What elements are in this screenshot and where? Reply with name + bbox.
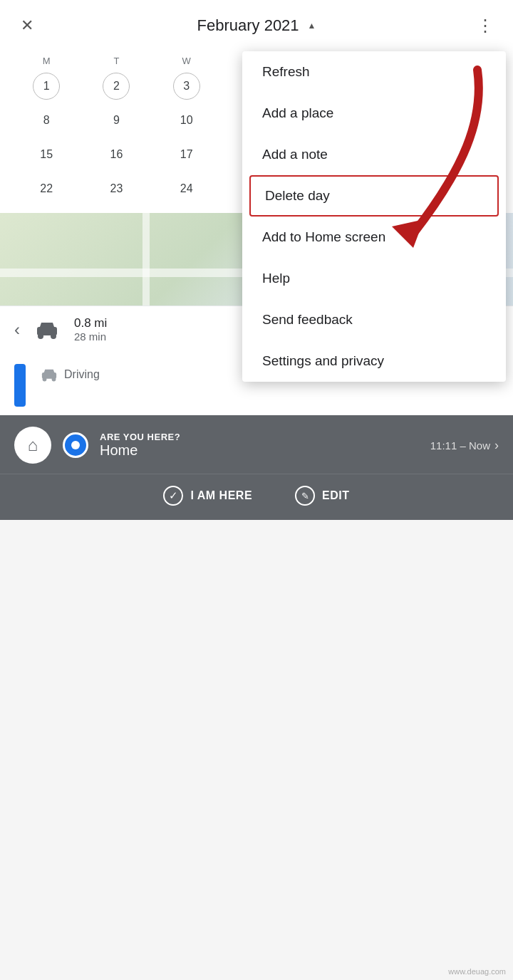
- direction-info: 0.8 mi 28 min: [74, 316, 107, 343]
- cal-day-17[interactable]: 17: [152, 139, 222, 170]
- driving-label: Driving: [64, 368, 100, 381]
- duration-label: 28 min: [74, 330, 107, 343]
- weekday-w: W: [152, 56, 222, 66]
- cal-day-3[interactable]: 3: [173, 73, 200, 100]
- route-bar-wrapper: [14, 361, 26, 407]
- place-name-label: Home: [100, 442, 419, 459]
- dropdown-menu: Refresh Add a place Add a note Delete da…: [242, 51, 506, 382]
- menu-item-settings-privacy[interactable]: Settings and privacy: [242, 340, 506, 382]
- cal-day-8[interactable]: 8: [11, 105, 81, 136]
- close-button[interactable]: ✕: [14, 13, 40, 38]
- cal-day-22[interactable]: 22: [11, 173, 81, 204]
- cal-day-23[interactable]: 23: [81, 173, 151, 204]
- bottom-area: [0, 520, 513, 662]
- home-icon: ⌂: [28, 435, 38, 455]
- time-text: 11:11 – Now: [430, 439, 490, 452]
- back-button[interactable]: ‹: [14, 320, 20, 340]
- are-you-here-question: ARE YOU HERE?: [100, 432, 419, 442]
- cal-day-24[interactable]: 24: [152, 173, 222, 204]
- time-now-label: 11:11 – Now ›: [430, 438, 499, 453]
- header-title-area: February 2021 ▲: [197, 16, 316, 35]
- driving-info: Driving: [40, 367, 100, 382]
- edit-label: EDIT: [322, 489, 349, 502]
- weekday-t: T: [81, 56, 151, 66]
- menu-item-send-feedback[interactable]: Send feedback: [242, 299, 506, 340]
- iam-here-button[interactable]: ✓ I AM HERE: [163, 486, 252, 506]
- cal-day-1[interactable]: 1: [33, 73, 60, 100]
- edit-button[interactable]: ✎ EDIT: [295, 486, 349, 506]
- title-arrow-icon: ▲: [308, 21, 316, 31]
- route-bar: [14, 364, 26, 407]
- more-icon: ⋮: [477, 16, 494, 36]
- cal-day-16[interactable]: 16: [81, 139, 151, 170]
- svg-point-1: [38, 333, 43, 339]
- are-you-here-banner[interactable]: ⌂ ARE YOU HERE? Home 11:11 – Now ›: [0, 415, 513, 474]
- cal-day-10[interactable]: 10: [152, 105, 222, 136]
- menu-item-add-place[interactable]: Add a place: [242, 93, 506, 134]
- location-dot: [63, 432, 88, 458]
- top-bar: ✕ February 2021 ▲ ⋮: [0, 0, 513, 51]
- month-year-label: February 2021: [197, 16, 299, 35]
- back-icon: ‹: [14, 320, 20, 339]
- iam-here-label: I AM HERE: [190, 489, 252, 502]
- more-options-button[interactable]: ⋮: [473, 13, 499, 38]
- distance-label: 0.8 mi: [74, 316, 107, 330]
- watermark: www.deuag.com: [448, 967, 506, 976]
- cal-day-9[interactable]: 9: [81, 105, 151, 136]
- menu-item-add-note[interactable]: Add a note: [242, 134, 506, 175]
- location-dot-inner: [71, 441, 80, 449]
- home-icon-circle: ⌂: [14, 427, 51, 464]
- svg-point-2: [51, 333, 56, 339]
- menu-item-help[interactable]: Help: [242, 258, 506, 299]
- banner-text: ARE YOU HERE? Home: [100, 432, 419, 459]
- weekday-m: M: [11, 56, 81, 66]
- chevron-right-icon: ›: [494, 438, 499, 453]
- close-icon: ✕: [21, 16, 33, 35]
- check-icon: ✓: [163, 486, 183, 506]
- svg-point-4: [43, 377, 47, 382]
- menu-item-refresh[interactable]: Refresh: [242, 51, 506, 93]
- action-buttons-bar: ✓ I AM HERE ✎ EDIT: [0, 474, 513, 520]
- cal-day-2[interactable]: 2: [103, 73, 130, 100]
- car-icon: [34, 320, 60, 340]
- menu-item-delete-day[interactable]: Delete day: [249, 175, 499, 217]
- menu-item-add-home-screen[interactable]: Add to Home screen: [242, 217, 506, 258]
- cal-day-15[interactable]: 15: [11, 139, 81, 170]
- svg-point-5: [52, 377, 56, 382]
- edit-icon: ✎: [295, 486, 315, 506]
